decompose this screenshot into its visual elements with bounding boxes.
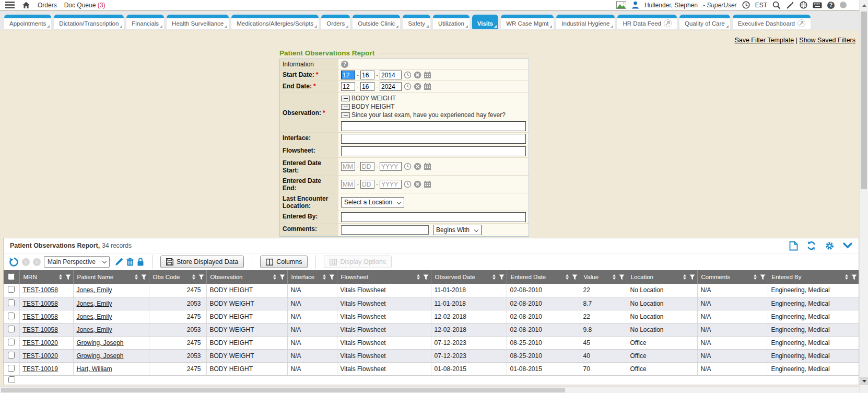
end-date-month-input[interactable]: [341, 82, 355, 91]
entered-date-start-month-input[interactable]: [341, 162, 355, 171]
end-date-calendar-icon[interactable]: [424, 83, 431, 90]
patient-name-link[interactable]: Jones, Emily: [77, 300, 112, 307]
filter-funnel-icon[interactable]: [572, 274, 578, 280]
reset-perspective-icon[interactable]: [9, 257, 19, 267]
column-header-obs-code[interactable]: Obs Code: [149, 270, 206, 284]
start-date-clear-icon[interactable]: [414, 71, 421, 79]
perspective-select[interactable]: Main Perspective: [44, 256, 110, 268]
tab-visits[interactable]: Visits: [472, 15, 498, 29]
sort-icon[interactable]: [754, 274, 757, 280]
filter-funnel-icon[interactable]: [760, 274, 766, 280]
save-filter-template-link[interactable]: Save Filter Template: [734, 37, 794, 44]
row-checkbox[interactable]: [8, 326, 15, 332]
tab-financials[interactable]: Financials: [126, 15, 164, 29]
tab-orders[interactable]: Orders: [321, 15, 350, 29]
row-checkbox[interactable]: [8, 286, 15, 293]
mrn-link[interactable]: TEST-10058: [23, 326, 58, 333]
search-icon[interactable]: [772, 1, 781, 9]
entered-date-start-calendar-icon[interactable]: [424, 163, 431, 170]
mrn-link[interactable]: TEST-10058: [23, 300, 58, 307]
column-header-flowsheet[interactable]: Flowsheet: [337, 270, 431, 284]
patient-name-link[interactable]: Hart, William: [77, 365, 112, 373]
row-checkbox[interactable]: [8, 376, 15, 383]
column-header-patient-name[interactable]: Patient Name: [73, 270, 149, 284]
sort-icon[interactable]: [192, 274, 195, 280]
sort-icon[interactable]: [323, 274, 326, 280]
tab-dictation-transcription[interactable]: Dictation/Transcription: [54, 15, 124, 29]
tab-outside-clinic[interactable]: Outside Clinic: [353, 15, 400, 29]
filter-funnel-icon[interactable]: [689, 274, 695, 280]
sort-icon[interactable]: [417, 274, 420, 280]
refresh-icon[interactable]: [806, 241, 816, 250]
patient-name-link[interactable]: Jones, Emily: [77, 286, 112, 294]
gear-icon[interactable]: [825, 241, 835, 251]
entered-date-end-month-input[interactable]: [341, 180, 355, 189]
menu-item-doc-queue[interactable]: Doc Queue (3): [64, 2, 105, 9]
entered-date-end-day-input[interactable]: [360, 180, 374, 189]
row-checkbox[interactable]: [8, 352, 15, 359]
columns-button[interactable]: Columns: [260, 256, 308, 268]
end-date-day-input[interactable]: [360, 82, 374, 91]
entered-date-start-clear-icon[interactable]: [414, 163, 421, 170]
status-circle-icon[interactable]: [840, 2, 847, 8]
sort-icon[interactable]: [273, 274, 276, 280]
entered-date-end-clear-icon[interactable]: [414, 180, 421, 188]
row-checkbox[interactable]: [8, 299, 15, 306]
column-header-observed-date[interactable]: Observed Date: [431, 270, 507, 284]
row-checkbox[interactable]: [8, 313, 15, 319]
filter-funnel-icon[interactable]: [329, 274, 335, 280]
filter-funnel-icon[interactable]: [198, 274, 204, 280]
clock-icon[interactable]: [742, 1, 750, 9]
start-date-day-input[interactable]: [360, 71, 374, 79]
edit-perspective-icon[interactable]: [115, 258, 123, 266]
end-date-year-input[interactable]: [380, 82, 402, 91]
sort-icon[interactable]: [566, 274, 569, 280]
column-header-entered-by[interactable]: Entered By: [768, 270, 859, 284]
remove-observation-icon[interactable]: [341, 96, 350, 101]
end-date-clear-icon[interactable]: [414, 83, 421, 90]
home-icon[interactable]: [22, 1, 30, 9]
interface-input[interactable]: [341, 134, 526, 144]
mrn-link[interactable]: TEST-10020: [23, 352, 58, 360]
lock-perspective-icon[interactable]: [137, 258, 144, 266]
column-header-mrn[interactable]: MRN: [19, 270, 73, 284]
filter-funnel-icon[interactable]: [423, 274, 429, 280]
filter-funnel-icon[interactable]: [851, 274, 857, 280]
sort-icon[interactable]: [845, 274, 848, 280]
filter-funnel-icon[interactable]: [499, 274, 505, 280]
horizontal-scrollbar-thumb[interactable]: [1, 388, 565, 392]
start-date-year-input[interactable]: [380, 71, 402, 79]
filter-funnel-icon[interactable]: [65, 274, 71, 280]
tab-industrial-hygiene[interactable]: Industrial Hygiene: [556, 15, 615, 29]
tab-executive-dashboard[interactable]: Executive Dashboard: [733, 15, 811, 29]
start-date-month-input[interactable]: [341, 71, 355, 79]
sort-icon[interactable]: [613, 274, 616, 280]
entered-date-start-time-icon[interactable]: [404, 163, 412, 170]
help-icon[interactable]: ?: [827, 2, 835, 9]
entered-date-start-year-input[interactable]: [380, 162, 402, 171]
tab-hr-data-feed[interactable]: HR Data Feed: [617, 15, 677, 29]
entered-date-end-time-icon[interactable]: [404, 180, 412, 188]
tab-health-surveillance[interactable]: Health Surveillance: [167, 15, 229, 29]
tab-utilization[interactable]: Utilization: [433, 15, 470, 29]
observation-search-input[interactable]: [341, 121, 526, 131]
mrn-link[interactable]: TEST-10058: [23, 313, 58, 320]
start-date-time-icon[interactable]: [404, 71, 412, 79]
filter-funnel-icon[interactable]: [279, 274, 285, 280]
entered-date-end-year-input[interactable]: [380, 180, 402, 189]
delete-perspective-icon[interactable]: [126, 258, 134, 266]
tab-medications-allergies-scripts[interactable]: Medications/Allergies/Scripts: [231, 15, 319, 29]
vertical-scrollbar[interactable]: [859, 0, 868, 393]
sort-icon[interactable]: [59, 274, 62, 280]
patient-name-link[interactable]: Jones, Emily: [77, 326, 112, 333]
row-checkbox[interactable]: [8, 339, 15, 345]
filter-funnel-icon[interactable]: [619, 274, 625, 280]
globe-icon[interactable]: [800, 1, 807, 9]
tab-wr-case-mgmt[interactable]: WR Case Mgmt: [501, 15, 554, 29]
patient-name-link[interactable]: Growing, Joseph: [77, 352, 124, 360]
start-date-calendar-icon[interactable]: [424, 71, 431, 79]
sort-icon[interactable]: [683, 274, 686, 280]
end-date-time-icon[interactable]: [404, 83, 412, 90]
mrn-link[interactable]: TEST-10058: [23, 286, 58, 294]
scroll-down-arrow[interactable]: [860, 377, 868, 385]
